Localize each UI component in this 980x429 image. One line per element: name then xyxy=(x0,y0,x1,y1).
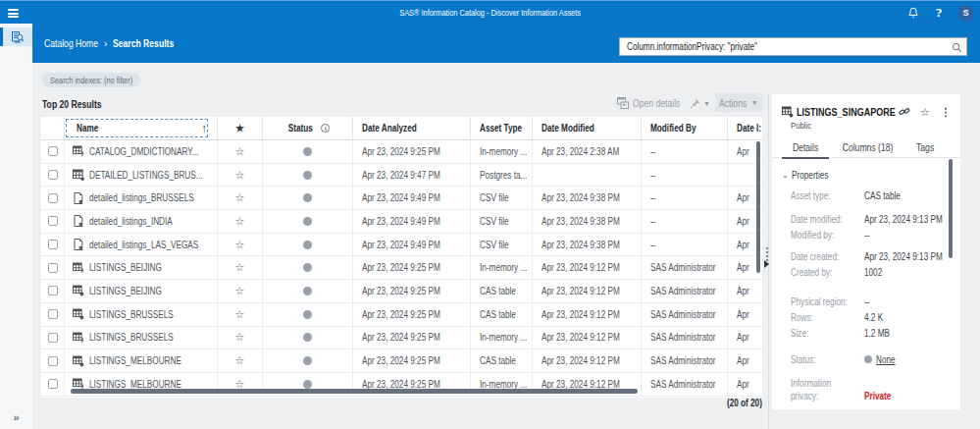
status-cell xyxy=(263,327,353,349)
status-value[interactable]: None xyxy=(864,352,946,368)
status-cell xyxy=(263,164,353,187)
header-name[interactable]: Name ↑ xyxy=(65,117,218,139)
search-input[interactable] xyxy=(627,38,967,55)
asset-type-cell: In-memory ... xyxy=(471,256,533,279)
panel-vertical-scrollbar[interactable] xyxy=(949,159,953,258)
favorite-star-icon[interactable]: ☆ xyxy=(918,105,932,119)
user-avatar[interactable]: S xyxy=(957,5,974,22)
name-cell[interactable]: detailed_listings_BRUSSELS xyxy=(65,187,218,209)
breadcrumb: Catalog Home › Search Results xyxy=(44,24,175,63)
table-row[interactable]: DETAILED_LISTINGS_BRUS... ☆ Apr 23, 2024… xyxy=(41,164,762,188)
status-cell xyxy=(263,349,353,372)
header-modified-by[interactable]: Modified By xyxy=(642,117,728,139)
row-star-icon[interactable]: ☆ xyxy=(235,191,245,204)
row-checkbox[interactable] xyxy=(48,333,58,343)
search-indexes-chip[interactable]: Search indexes: (no filter) xyxy=(42,73,140,87)
name-cell[interactable]: LISTINGS_MELBOURNE xyxy=(65,349,218,372)
table-row[interactable]: LISTINGS_BEIJING ☆ Apr 23, 2024 9:25 PM … xyxy=(41,256,762,280)
row-checkbox[interactable] xyxy=(48,379,58,389)
privacy-value: Private xyxy=(864,376,946,402)
name-cell[interactable]: DETAILED_LISTINGS_BRUS... xyxy=(65,164,218,187)
breadcrumb-catalog-home[interactable]: Catalog Home xyxy=(44,37,98,49)
splitter-collapse-arrow[interactable] xyxy=(764,260,769,268)
row-star-icon[interactable]: ☆ xyxy=(235,285,245,297)
properties-section-toggle[interactable]: ⌄ Properties xyxy=(782,170,828,181)
header-favorite[interactable]: ★ xyxy=(218,117,263,139)
top-app-bar: SAS® Information Catalog - Discover Info… xyxy=(0,0,980,24)
table-vertical-scrollbar[interactable] xyxy=(756,141,760,273)
asset-type-cell: CSV file xyxy=(471,210,533,233)
row-checkbox[interactable] xyxy=(48,356,58,366)
info-icon[interactable]: i xyxy=(321,124,330,133)
property-row: Modified by: -- xyxy=(791,228,946,243)
pin-button[interactable]: ▼ xyxy=(690,93,710,113)
table-horizontal-scrollbar[interactable] xyxy=(71,389,638,394)
breadcrumb-separator: › xyxy=(104,38,107,49)
header-date-analyzed[interactable]: Date Analyzed xyxy=(353,117,471,139)
row-star-icon[interactable]: ☆ xyxy=(235,239,245,251)
name-cell[interactable]: LISTINGS_BEIJING xyxy=(65,256,218,279)
modified-by-cell: SAS Administrator xyxy=(642,327,728,349)
row-star-icon[interactable]: ☆ xyxy=(235,169,245,182)
public-visibility-link[interactable]: Public xyxy=(791,120,811,131)
name-cell[interactable]: detailed_listings_INDIA xyxy=(65,210,218,233)
table-row[interactable]: LISTINGS_MELBOURNE ☆ Apr 23, 2024 9:25 P… xyxy=(41,349,762,373)
row-checkbox[interactable] xyxy=(48,193,58,203)
sidebar-item-catalog[interactable] xyxy=(0,27,32,46)
status-dot xyxy=(303,217,312,226)
table-row[interactable]: CATALOG_DMDICTIONARY... ☆ Apr 23, 2024 9… xyxy=(41,140,762,164)
table-row[interactable]: LISTINGS_BRUSSELS ☆ Apr 23, 2024 9:25 PM… xyxy=(41,303,762,327)
sidebar-expand-chevrons[interactable]: » xyxy=(0,410,32,424)
more-options-kebab-icon[interactable]: ⋮ xyxy=(939,105,953,119)
table-row[interactable]: LISTINGS_BRUSSELS ☆ Apr 23, 2024 9:25 PM… xyxy=(41,327,762,350)
row-checkbox[interactable] xyxy=(48,263,58,273)
row-star-icon[interactable]: ☆ xyxy=(235,261,245,274)
asset-type-cell: In-memory ... xyxy=(471,140,533,163)
status-dot xyxy=(303,263,312,272)
row-star-icon[interactable]: ☆ xyxy=(235,215,245,228)
table-row[interactable]: LISTINGS_BEIJING ☆ Apr 23, 2024 9:25 PM … xyxy=(41,280,762,303)
name-cell[interactable]: LISTINGS_BEIJING xyxy=(65,280,218,302)
header-date-modified[interactable]: Date Modified xyxy=(533,117,642,139)
row-checkbox[interactable] xyxy=(48,286,58,295)
help-icon[interactable]: ? xyxy=(932,5,946,21)
asset-type-icon xyxy=(73,169,84,181)
row-checkbox[interactable] xyxy=(48,309,58,319)
notifications-bell-icon[interactable] xyxy=(906,5,920,21)
copy-link-icon[interactable] xyxy=(898,105,911,119)
row-checkbox[interactable] xyxy=(48,170,58,180)
date-modified-cell: Apr 23, 2024 2:38 AM xyxy=(533,140,642,163)
search-icon[interactable] xyxy=(951,41,963,54)
tab-tags[interactable]: Tags xyxy=(906,135,944,158)
header-date-clipped[interactable]: DateI: xyxy=(728,117,762,139)
name-cell[interactable]: detailed_listings_LAS_VEGAS xyxy=(65,234,218,256)
row-star-icon[interactable]: ☆ xyxy=(235,354,245,367)
status-cell xyxy=(263,140,353,163)
tab-columns-18[interactable]: Columns (18) xyxy=(829,135,906,158)
checkbox-cell xyxy=(41,210,65,233)
name-cell[interactable]: LISTINGS_BRUSSELS xyxy=(65,327,218,349)
open-details-button[interactable]: Open details xyxy=(617,93,680,113)
name-cell[interactable]: LISTINGS_BRUSSELS xyxy=(65,303,218,326)
row-star-icon[interactable]: ☆ xyxy=(235,145,245,158)
table-row[interactable]: detailed_listings_LAS_VEGAS ☆ Apr 23, 20… xyxy=(41,234,762,257)
tab-details[interactable]: Details xyxy=(782,135,829,158)
table-row[interactable]: detailed_listings_INDIA ☆ Apr 23, 2024 9… xyxy=(41,210,762,234)
row-checkbox[interactable] xyxy=(48,216,58,226)
name-cell[interactable]: CATALOG_DMDICTIONARY... xyxy=(65,140,218,163)
row-star-icon[interactable]: ☆ xyxy=(235,308,245,321)
table-row[interactable]: detailed_listings_BRUSSELS ☆ Apr 23, 202… xyxy=(41,187,762,210)
header-status[interactable]: Status i xyxy=(263,117,353,139)
modified-by-cell: SAS Administrator xyxy=(642,280,728,302)
sort-ascending-icon[interactable]: ↑ xyxy=(201,124,207,134)
row-checkbox[interactable] xyxy=(48,146,58,156)
row-checkbox[interactable] xyxy=(48,240,58,249)
row-star-icon[interactable]: ☆ xyxy=(235,331,245,344)
actions-button[interactable]: Actions ▼ xyxy=(715,93,762,112)
header-asset-type[interactable]: Asset Type xyxy=(471,117,533,139)
asset-type-cell: Postgres ta... xyxy=(471,164,533,187)
breadcrumb-bar: Catalog Home › Search Results xyxy=(32,24,980,63)
date-modified-cell: Apr 23, 2024 9:12 PM xyxy=(533,280,642,302)
asset-type-cell: CSV file xyxy=(471,187,533,209)
chevron-down-icon: ⌄ xyxy=(782,171,789,180)
